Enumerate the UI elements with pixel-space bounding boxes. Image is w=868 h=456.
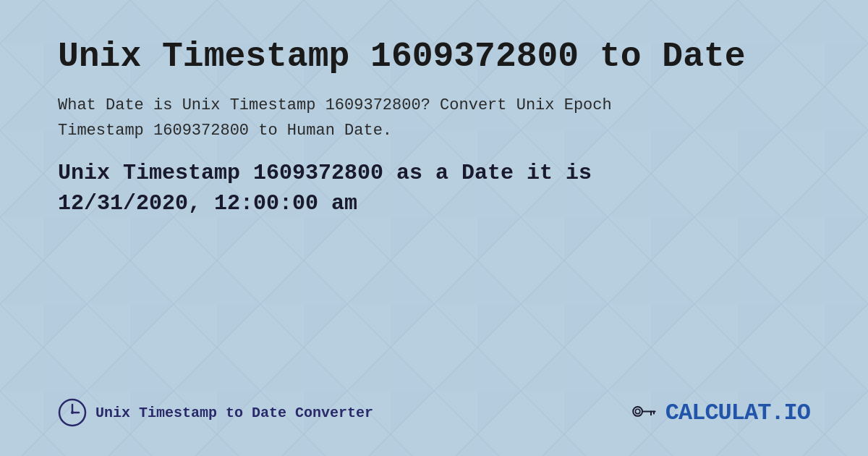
logo-text-main: CALCULAT: [665, 400, 771, 426]
description-line2: Timestamp 1609372800 to Human Date.: [58, 122, 392, 140]
result-line2: 12/31/2020, 12:00:00 am: [58, 191, 357, 216]
result-line1: Unix Timestamp 1609372800 as a Date it i…: [58, 161, 592, 185]
footer: Unix Timestamp to Date Converter CALCULA…: [58, 384, 810, 427]
result-section: Unix Timestamp 1609372800 as a Date it i…: [58, 158, 810, 219]
page-title: Unix Timestamp 1609372800 to Date: [58, 36, 810, 78]
logo-text-accent: .IO: [770, 400, 810, 426]
svg-point-13: [633, 407, 642, 416]
page-content: Unix Timestamp 1609372800 to Date What D…: [0, 0, 868, 456]
logo-text: CALCULAT.IO: [665, 400, 810, 426]
svg-point-14: [635, 409, 639, 413]
page-description: What Date is Unix Timestamp 1609372800? …: [58, 93, 810, 143]
logo-icon: [631, 398, 660, 427]
result-text: Unix Timestamp 1609372800 as a Date it i…: [58, 158, 810, 219]
footer-left: Unix Timestamp to Date Converter: [58, 398, 373, 427]
svg-point-12: [71, 411, 74, 414]
logo-area: CALCULAT.IO: [631, 398, 810, 427]
description-line1: What Date is Unix Timestamp 1609372800? …: [58, 96, 612, 114]
clock-icon: [58, 398, 87, 427]
footer-link-text[interactable]: Unix Timestamp to Date Converter: [95, 405, 373, 421]
